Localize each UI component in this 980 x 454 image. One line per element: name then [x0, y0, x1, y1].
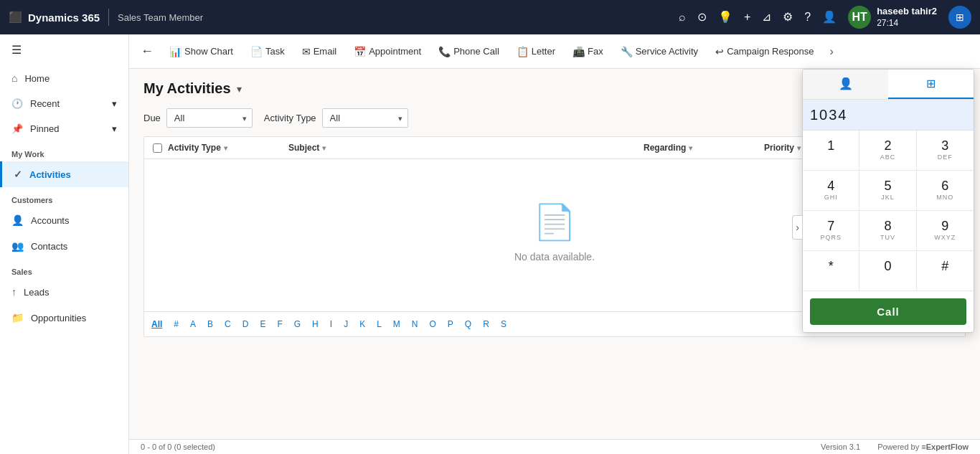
appointment-label: Appointment — [369, 46, 421, 57]
alpha-p[interactable]: P — [443, 318, 458, 331]
sort-regarding-icon: ▾ — [689, 144, 692, 152]
alpha-c[interactable]: C — [220, 318, 235, 331]
alpha-e[interactable]: E — [255, 318, 270, 331]
col-header-subject[interactable]: Subject ▾ — [288, 143, 638, 153]
sidebar-item-pinned[interactable]: 📌 Pinned ▾ — [0, 116, 128, 141]
section-sales: Sales — [0, 259, 128, 279]
sidebar-item-activities[interactable]: ✓ Activities — [0, 161, 128, 187]
col-header-regarding[interactable]: Regarding ▾ — [644, 143, 758, 153]
activity-type-select[interactable]: All Task Email Phone Call Appointment — [322, 108, 408, 128]
section-my-work: My Work — [0, 141, 128, 161]
fax-label: Fax — [588, 46, 603, 57]
dialer-keypad-tab[interactable]: ⊞ — [888, 70, 974, 99]
hamburger-menu[interactable]: ☰ — [0, 34, 128, 65]
empty-state-text: No data available. — [514, 251, 595, 263]
alpha-all[interactable]: All — [147, 318, 166, 331]
dialer-key-6[interactable]: 6 MNO — [917, 171, 974, 211]
app-title: Sales Team Member — [118, 12, 203, 23]
dialer-panel: 👤 ⊞ ✕ 1 2 ABC 3 DEF 4 GHI 5 JKL 6 MNO — [802, 69, 974, 333]
alpha-hash[interactable]: # — [169, 318, 183, 331]
dialer-expand-arrow[interactable]: › — [792, 215, 802, 240]
alpha-i[interactable]: I — [326, 318, 336, 331]
help-icon[interactable]: 💡 — [718, 10, 732, 24]
user-profile[interactable]: HT haseeb tahir2 27:14 — [848, 6, 937, 29]
recent-icon: 🕐 — [11, 98, 23, 109]
service-activity-button[interactable]: 🔧 Service Activity — [613, 42, 705, 62]
alpha-g[interactable]: G — [290, 318, 305, 331]
dialer-key-star[interactable]: * — [803, 251, 859, 291]
alpha-q[interactable]: Q — [461, 318, 476, 331]
filter-icon[interactable]: ⊿ — [762, 10, 771, 24]
dialer-number-input[interactable] — [810, 107, 974, 123]
task-button[interactable]: 📄 Task — [243, 42, 292, 62]
select-all-checkbox[interactable] — [153, 143, 162, 153]
email-button[interactable]: ✉ Email — [295, 42, 344, 62]
dialer-key-0[interactable]: 0 — [859, 251, 916, 291]
dialer-contacts-tab[interactable]: 👤 — [803, 70, 888, 99]
user-icon[interactable]: 👤 — [822, 10, 837, 24]
more-icon[interactable]: › — [824, 42, 839, 61]
apps-grid-icon[interactable]: ⊞ — [948, 6, 971, 29]
dialer-key-hash[interactable]: # — [917, 251, 974, 291]
alpha-b[interactable]: B — [203, 318, 217, 331]
dialer-key-5[interactable]: 5 JKL — [859, 171, 916, 211]
phone-call-button[interactable]: 📞 Phone Call — [431, 42, 507, 62]
show-chart-button[interactable]: 📊 Show Chart — [162, 42, 240, 62]
alpha-f[interactable]: F — [273, 318, 286, 331]
campaign-response-button[interactable]: ↩ Campaign Response — [708, 42, 821, 62]
gear-icon[interactable]: ⚙ — [783, 10, 793, 24]
sidebar-item-recent[interactable]: 🕐 Recent ▾ — [0, 91, 128, 116]
sidebar-item-leads[interactable]: ↑ Leads — [0, 279, 128, 305]
page-title-chevron[interactable]: ▾ — [237, 83, 242, 95]
alpha-o[interactable]: O — [425, 318, 440, 331]
call-button[interactable]: Call — [810, 298, 966, 325]
dialer-key-9[interactable]: 9 WXYZ — [917, 211, 974, 251]
add-icon[interactable]: + — [744, 11, 750, 24]
alpha-m[interactable]: M — [389, 318, 405, 331]
sidebar-item-contacts[interactable]: 👥 Contacts — [0, 233, 128, 259]
letter-label: Letter — [532, 46, 555, 57]
alpha-n[interactable]: N — [407, 318, 423, 331]
alpha-a[interactable]: A — [186, 318, 200, 331]
accounts-label: Accounts — [31, 215, 69, 226]
alpha-r[interactable]: R — [479, 318, 494, 331]
sidebar-item-accounts[interactable]: 👤 Accounts — [0, 207, 128, 233]
sidebar-item-home[interactable]: ⌂ Home — [0, 65, 128, 91]
dialer-key-4[interactable]: 4 GHI — [803, 171, 859, 211]
alpha-l[interactable]: L — [372, 318, 386, 331]
activities-icon: ✓ — [14, 169, 22, 180]
sidebar-item-opportunities[interactable]: 📁 Opportunities — [0, 305, 128, 331]
alpha-k[interactable]: K — [355, 318, 369, 331]
email-icon: ✉ — [302, 46, 311, 57]
alpha-d[interactable]: D — [238, 318, 253, 331]
page-title: My Activities — [143, 80, 231, 97]
settings-nav-icon[interactable]: ⊙ — [697, 10, 707, 24]
show-chart-label: Show Chart — [184, 46, 233, 57]
sort-activity-type-icon: ▾ — [224, 144, 227, 152]
alpha-h[interactable]: H — [308, 318, 323, 331]
alpha-j[interactable]: J — [339, 318, 352, 331]
home-icon: ⌂ — [11, 72, 17, 84]
leads-icon: ↑ — [11, 286, 17, 298]
fax-button[interactable]: 📠 Fax — [565, 42, 611, 62]
dialer-key-8[interactable]: 8 TUV — [859, 211, 916, 251]
due-label: Due — [143, 113, 161, 123]
dialer-key-3[interactable]: 3 DEF — [917, 131, 974, 171]
alpha-s[interactable]: S — [496, 318, 511, 331]
brand-logo[interactable]: ⬛ Dynamics 365 — [9, 11, 100, 24]
brand-name: Dynamics 365 — [28, 11, 100, 24]
back-button[interactable]: ← — [135, 41, 159, 62]
col-header-activity-type[interactable]: Activity Type ▾ — [168, 143, 283, 153]
question-icon[interactable]: ? — [804, 11, 811, 24]
dialer-key-7[interactable]: 7 PQRS — [803, 211, 859, 251]
dialer-key-1[interactable]: 1 — [803, 131, 859, 171]
due-select[interactable]: All Today This Week This Month Overdue — [166, 108, 253, 128]
letter-button[interactable]: 📋 Letter — [509, 42, 562, 62]
avatar: HT — [848, 6, 871, 29]
appointment-button[interactable]: 📅 Appointment — [347, 42, 428, 62]
dialer-input-row: ✕ — [803, 100, 974, 131]
dialer-key-2[interactable]: 2 ABC — [859, 131, 916, 171]
search-icon[interactable]: ⌕ — [679, 11, 686, 24]
campaign-icon: ↩ — [715, 46, 724, 57]
sidebar: ☰ ⌂ Home 🕐 Recent ▾ 📌 Pinned ▾ My Work ✓… — [0, 34, 129, 454]
